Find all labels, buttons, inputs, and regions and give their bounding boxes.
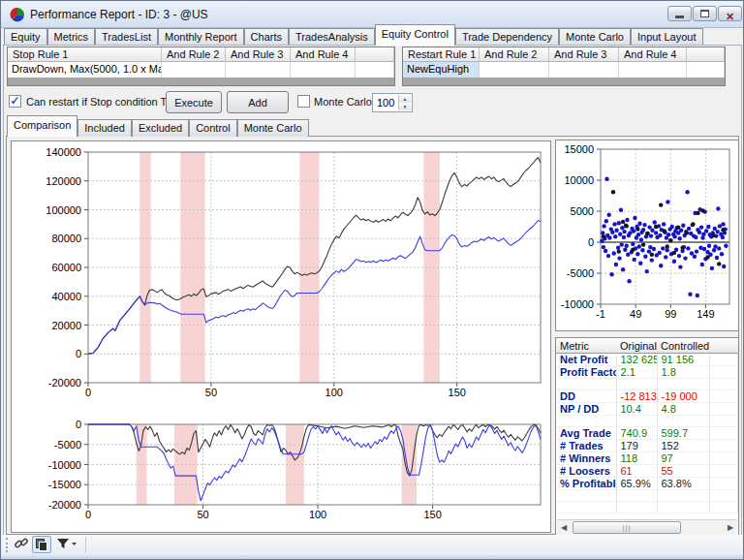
- svg-text:-10000: -10000: [48, 459, 81, 471]
- tab-input-layout[interactable]: Input Layout: [631, 28, 703, 46]
- rule-header: And Rule 3: [226, 47, 291, 62]
- filter-button[interactable]: [54, 536, 79, 553]
- spinner-down-icon[interactable]: ▼: [398, 103, 411, 110]
- rule-header: Restart Rule 1: [403, 47, 480, 62]
- metrics-row[interactable]: [556, 502, 738, 513]
- drawdown-chart: 0-5000-10000-15000-20000050100150: [12, 420, 550, 532]
- tab-tradesanalysis[interactable]: TradesAnalysis: [289, 28, 375, 46]
- svg-text:100: 100: [326, 387, 343, 398]
- tab-monthly-report[interactable]: Monthly Report: [158, 28, 244, 46]
- metrics-table: Metric Original Controlled Net Profit132…: [556, 338, 738, 513]
- svg-text:120000: 120000: [46, 175, 81, 187]
- rule-cell[interactable]: [226, 62, 291, 78]
- iterations-spinner[interactable]: 100 ▲ ▼: [372, 93, 413, 112]
- svg-text:140000: 140000: [46, 146, 81, 158]
- svg-text:-5000: -5000: [567, 267, 594, 279]
- metrics-panel: Metric Original Controlled Net Profit132…: [555, 337, 739, 538]
- svg-text:99: 99: [665, 308, 676, 320]
- svg-text:100000: 100000: [46, 204, 81, 216]
- svg-text:149: 149: [697, 308, 714, 320]
- svg-text:80000: 80000: [51, 233, 81, 244]
- scroll-thumb[interactable]: |||: [573, 521, 681, 534]
- rule-header: And Rule 2: [162, 47, 226, 62]
- scroll-left-icon[interactable]: ◀: [558, 522, 570, 534]
- metrics-row[interactable]: Avg Trade740.9599.7: [556, 427, 738, 440]
- sub-tabstrip: ComparisonIncludedExcludedControlMonte C…: [7, 118, 309, 137]
- svg-text:150: 150: [423, 509, 441, 520]
- metrics-row[interactable]: [556, 490, 738, 502]
- can-restart-checkbox[interactable]: ✓: [9, 95, 21, 108]
- svg-text:0: 0: [76, 348, 81, 359]
- copy-icon: [34, 537, 49, 552]
- tab-monte-carlo[interactable]: Monte Carlo: [559, 28, 631, 46]
- tab-charts[interactable]: Charts: [244, 28, 289, 46]
- subtab-included[interactable]: Included: [78, 119, 132, 137]
- metrics-header-metric: Metric: [556, 338, 616, 354]
- tab-equity-control[interactable]: Equity Control: [375, 24, 455, 46]
- titlebar[interactable]: Performance Report - ID: 3 - @US ✕: [1, 1, 743, 28]
- maximize-button[interactable]: [693, 6, 717, 21]
- svg-text:0: 0: [85, 387, 91, 398]
- toolbar-separator: [85, 537, 86, 552]
- toolbar-grip[interactable]: [6, 538, 11, 552]
- svg-text:0: 0: [85, 509, 91, 520]
- minimize-icon: [675, 16, 684, 18]
- rule-cell[interactable]: [291, 62, 356, 78]
- restart-rules-table: Restart Rule 1And Rule 2And Rule 3And Ru…: [402, 47, 726, 86]
- tab-equity[interactable]: Equity: [4, 28, 47, 46]
- performance-report-window: Performance Report - ID: 3 - @US ✕ Equit…: [0, 0, 744, 560]
- svg-text:-1: -1: [596, 308, 605, 320]
- close-button[interactable]: ✕: [718, 6, 742, 21]
- execute-button[interactable]: Execute: [166, 91, 222, 113]
- rule-cell[interactable]: [480, 62, 549, 78]
- tab-trade-dependency[interactable]: Trade Dependency: [455, 28, 559, 46]
- metrics-row[interactable]: Profit Factor2.11.8: [556, 366, 738, 379]
- rule-header: And Rule 2: [480, 47, 549, 62]
- svg-text:0: 0: [588, 236, 594, 248]
- rule-cell[interactable]: DrawDown, Max(5000, 1.0 x MaxDD): [8, 62, 162, 78]
- metrics-row[interactable]: # Trades179152: [556, 440, 738, 452]
- svg-text:-10000: -10000: [561, 298, 594, 310]
- svg-text:-20000: -20000: [48, 377, 81, 389]
- svg-text:150: 150: [449, 387, 466, 398]
- add-button[interactable]: Add: [227, 91, 289, 113]
- metrics-row[interactable]: NP / DD10.44.8: [556, 403, 738, 416]
- copy-button[interactable]: [32, 536, 51, 553]
- svg-text:15000: 15000: [564, 143, 594, 155]
- svg-text:-5000: -5000: [54, 439, 81, 451]
- svg-text:60000: 60000: [51, 262, 81, 273]
- metrics-row[interactable]: [556, 416, 738, 427]
- rule-cell[interactable]: NewEquHigh: [403, 62, 480, 78]
- svg-text:-15000: -15000: [48, 479, 81, 490]
- metrics-row[interactable]: [556, 379, 738, 390]
- monte-carlo-label: Monte Carlo: [314, 96, 372, 108]
- metrics-row[interactable]: % Profitable65.9%63.8%: [556, 478, 738, 490]
- tab-metrics[interactable]: Metrics: [47, 28, 95, 46]
- metrics-row[interactable]: DD-12 813-19 000: [556, 390, 738, 403]
- monte-carlo-checkbox[interactable]: [297, 95, 310, 108]
- svg-text:40000: 40000: [51, 291, 81, 302]
- rule-cell[interactable]: [549, 62, 619, 78]
- metrics-row[interactable]: # Winners11897: [556, 452, 738, 465]
- subtab-monte-carlo[interactable]: Monte Carlo: [237, 119, 309, 137]
- subtab-comparison[interactable]: Comparison: [7, 115, 78, 137]
- maximize-icon: [700, 10, 709, 17]
- metrics-row[interactable]: # Loosers6155: [556, 465, 738, 478]
- rule-header: And Rule 4: [619, 47, 687, 62]
- metrics-header-original: Original: [616, 338, 657, 354]
- rule-cell[interactable]: [619, 62, 687, 78]
- subtab-control[interactable]: Control: [189, 119, 236, 137]
- svg-text:10000: 10000: [564, 174, 594, 186]
- subtab-excluded[interactable]: Excluded: [132, 119, 189, 137]
- metrics-row[interactable]: Net Profit132 62591 156: [556, 354, 738, 366]
- tab-tradeslist[interactable]: TradesList: [95, 28, 158, 46]
- rule-cell[interactable]: [162, 62, 226, 78]
- spinner-up-icon[interactable]: ▲: [398, 95, 411, 103]
- rule-header: And Rule 4: [291, 47, 356, 62]
- scroll-right-icon[interactable]: ▶: [725, 522, 736, 534]
- link-button[interactable]: [12, 536, 31, 553]
- svg-text:50: 50: [205, 387, 217, 398]
- svg-text:-20000: -20000: [48, 499, 81, 511]
- metrics-hscrollbar[interactable]: ◀ ||| ▶: [557, 519, 737, 536]
- minimize-button[interactable]: [667, 6, 692, 21]
